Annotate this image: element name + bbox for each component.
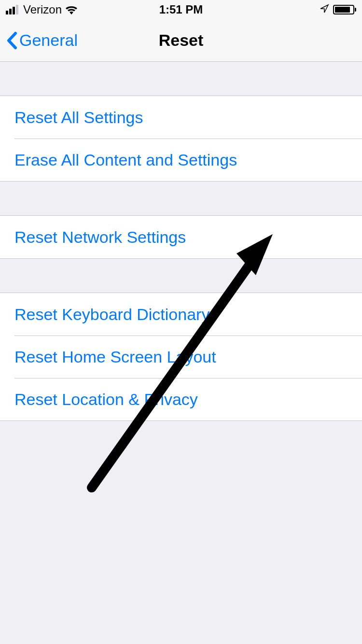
status-time: 1:51 PM <box>159 3 203 16</box>
settings-group-1: Reset All Settings Erase All Content and… <box>0 96 362 182</box>
location-icon <box>320 3 329 16</box>
wifi-icon <box>65 5 78 14</box>
chevron-left-icon <box>6 31 17 50</box>
carrier-label: Verizon <box>23 3 62 16</box>
settings-group-2: Reset Network Settings <box>0 215 362 259</box>
list-item-label: Reset Keyboard Dictionary <box>14 305 209 324</box>
group-spacer <box>0 259 362 293</box>
reset-location-privacy-item[interactable]: Reset Location & Privacy <box>0 378 362 420</box>
reset-keyboard-dictionary-item[interactable]: Reset Keyboard Dictionary <box>0 293 362 336</box>
back-label: General <box>19 31 78 50</box>
status-right <box>320 3 356 16</box>
reset-home-screen-layout-item[interactable]: Reset Home Screen Layout <box>0 336 362 378</box>
status-bar: Verizon 1:51 PM <box>0 0 362 19</box>
list-item-label: Reset Home Screen Layout <box>14 348 216 366</box>
reset-network-settings-item[interactable]: Reset Network Settings <box>0 216 362 258</box>
battery-icon <box>333 5 356 14</box>
list-item-label: Reset All Settings <box>14 108 143 127</box>
list-item-label: Reset Network Settings <box>14 228 186 247</box>
erase-all-content-item[interactable]: Erase All Content and Settings <box>0 139 362 181</box>
cellular-signal-icon <box>6 5 18 14</box>
group-spacer <box>0 62 362 96</box>
page-title: Reset <box>159 31 204 50</box>
group-spacer <box>0 182 362 215</box>
list-item-label: Reset Location & Privacy <box>14 390 198 409</box>
back-button[interactable]: General <box>0 31 78 50</box>
reset-all-settings-item[interactable]: Reset All Settings <box>0 96 362 139</box>
navigation-bar: General Reset <box>0 19 362 62</box>
settings-group-3: Reset Keyboard Dictionary Reset Home Scr… <box>0 293 362 421</box>
status-left: Verizon <box>6 3 78 16</box>
list-item-label: Erase All Content and Settings <box>14 151 237 169</box>
